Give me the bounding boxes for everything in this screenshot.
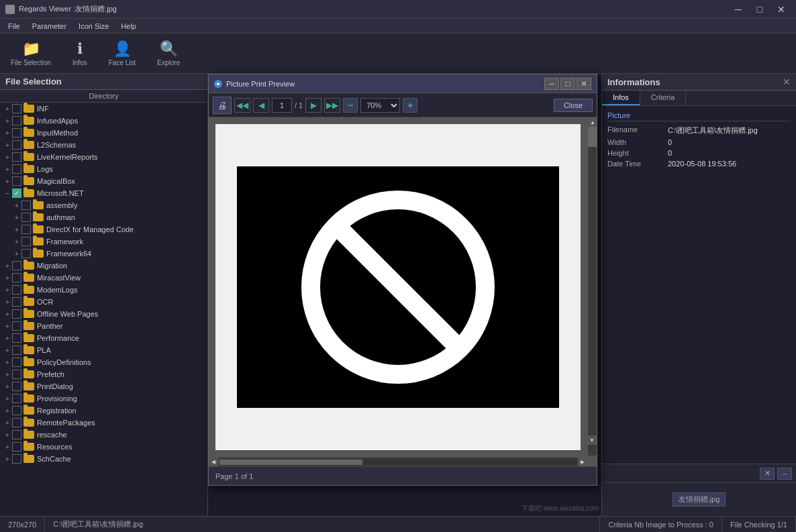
- right-panel-close-btn[interactable]: ✕: [783, 76, 791, 87]
- checkbox-panther[interactable]: [12, 321, 21, 331]
- tree-item-provisioning[interactable]: + Provisioning: [0, 392, 207, 405]
- tree-item-infusedapps[interactable]: + InfusedApps: [0, 115, 207, 127]
- checkbox-printdialog[interactable]: [12, 382, 21, 391]
- tree-item-remotepackages[interactable]: + RemotePackages: [0, 417, 207, 429]
- checkbox-infusedapps[interactable]: [12, 116, 21, 125]
- zoom-select[interactable]: 70% 50% 100% 150%: [360, 98, 400, 113]
- checkbox-magicalbox[interactable]: [12, 176, 21, 186]
- tree-item-registration[interactable]: + Registration: [0, 405, 207, 417]
- close-preview-button[interactable]: Close: [554, 99, 593, 112]
- minimize-button[interactable]: ─: [729, 3, 748, 16]
- tree-item-rescache[interactable]: + rescache: [0, 429, 207, 441]
- tree-item-framework64[interactable]: + Framework64: [0, 248, 207, 260]
- menu-help[interactable]: Help: [115, 21, 142, 32]
- zoom-in-button[interactable]: +: [403, 98, 417, 113]
- dialog-maximize-btn[interactable]: □: [560, 78, 575, 90]
- nav-next-button[interactable]: ▶: [305, 98, 321, 113]
- tree-item-ocr[interactable]: + OCR: [0, 296, 207, 308]
- checkbox-l2schemas[interactable]: [12, 140, 21, 150]
- nav-first-button[interactable]: ◀◀: [234, 98, 250, 113]
- scroll-left-arrow[interactable]: ◀: [209, 458, 218, 467]
- toolbar-infos[interactable]: ℹ Infos: [67, 38, 93, 69]
- zoom-out-button[interactable]: −: [343, 98, 358, 113]
- tree-item-livekernelreports[interactable]: + LiveKernelReports: [0, 151, 207, 163]
- tree-item-logs[interactable]: + Logs: [0, 163, 207, 175]
- tree-item-migration[interactable]: + Migration: [0, 260, 207, 272]
- tree-item-performance[interactable]: + Performance: [0, 332, 207, 344]
- tab-infos[interactable]: Infos: [602, 91, 640, 105]
- dialog-close-btn[interactable]: ✕: [577, 78, 591, 90]
- tree-item-schcache[interactable]: + SchCache: [0, 453, 207, 465]
- tree-item-resources[interactable]: + Resources: [0, 441, 207, 453]
- checkbox-inputmethod[interactable]: [12, 128, 21, 138]
- tree-item-panther[interactable]: + Panther: [0, 320, 207, 332]
- checkbox-provisioning[interactable]: [12, 394, 21, 403]
- tree-item-assembly[interactable]: + assembly: [0, 199, 207, 211]
- tree-item-microsoftnet[interactable]: − ✓ Microsoft.NET: [0, 187, 207, 199]
- tree-item-offlinewebpages[interactable]: + Offline Web Pages: [0, 308, 207, 320]
- page-number-input[interactable]: 1: [272, 98, 292, 113]
- checkbox-ocr[interactable]: [12, 297, 21, 307]
- checkbox-resources[interactable]: [12, 442, 21, 451]
- checkbox-directx[interactable]: [21, 225, 31, 234]
- folder-icon-inputmethod: [23, 129, 34, 137]
- print-button[interactable]: 🖨: [213, 97, 232, 114]
- toolbar-face-list[interactable]: 👤 Face List: [103, 38, 142, 69]
- checkbox-prefetch[interactable]: [12, 370, 21, 379]
- tree-item-framework[interactable]: + Framework: [0, 235, 207, 248]
- checkbox-offlinewebpages[interactable]: [12, 309, 21, 319]
- tree-item-pla[interactable]: + PLA: [0, 344, 207, 356]
- expander-policydefinitions: +: [3, 358, 12, 366]
- toolbar-explore[interactable]: 🔍 Explore: [152, 38, 185, 69]
- close-button[interactable]: ✕: [772, 3, 791, 16]
- tree-item-inf[interactable]: + INF: [0, 103, 207, 115]
- tree-item-printdialog[interactable]: + PrintDialog: [0, 380, 207, 392]
- directory-tree[interactable]: + INF + InfusedApps + InputMethod +: [0, 103, 207, 516]
- tree-item-authman[interactable]: + authman: [0, 211, 207, 223]
- label-panther: Panther: [37, 322, 63, 330]
- nav-prev-button[interactable]: ◀: [253, 98, 269, 113]
- checkbox-microsoftnet[interactable]: ✓: [12, 189, 21, 198]
- folder-icon-performance: [23, 334, 34, 342]
- tree-item-modemlogs[interactable]: + ModemLogs: [0, 284, 207, 296]
- checkbox-rescache[interactable]: [12, 430, 21, 439]
- checkbox-livekernelreports[interactable]: [12, 152, 21, 162]
- tree-item-miracastview[interactable]: + MiracastView: [0, 272, 207, 284]
- checkbox-framework[interactable]: [21, 237, 31, 246]
- checkbox-framework64[interactable]: [21, 249, 31, 258]
- tree-item-prefetch[interactable]: + Prefetch: [0, 368, 207, 380]
- right-bottom-btn-1[interactable]: ✕: [760, 468, 775, 480]
- menu-icon-size[interactable]: Icon Size: [73, 21, 114, 32]
- dialog-minimize-btn[interactable]: ─: [544, 78, 559, 90]
- tree-item-directx[interactable]: + DirectX for Managed Code: [0, 223, 207, 235]
- checkbox-performance[interactable]: [12, 333, 21, 343]
- checkbox-remotepackages[interactable]: [12, 418, 21, 427]
- maximize-button[interactable]: □: [750, 3, 769, 16]
- dialog-scrollbar-v[interactable]: ▲ ▼: [587, 117, 597, 456]
- tree-item-policydefinitions[interactable]: + PolicyDefinitions: [0, 356, 207, 368]
- checkbox-pla[interactable]: [12, 345, 21, 355]
- checkbox-logs[interactable]: [12, 164, 21, 174]
- toolbar-file-selection[interactable]: 📁 File Selection: [5, 38, 56, 69]
- tree-item-inputmethod[interactable]: + InputMethod: [0, 127, 207, 139]
- tree-item-l2schemas[interactable]: + L2Schemas: [0, 139, 207, 151]
- checkbox-inf[interactable]: [12, 104, 21, 113]
- menu-file[interactable]: File: [3, 21, 26, 32]
- tree-item-magicalbox[interactable]: + MagicalBox: [0, 175, 207, 187]
- checkbox-registration[interactable]: [12, 406, 21, 415]
- checkbox-modemlogs[interactable]: [12, 285, 21, 295]
- tab-criteria[interactable]: Criteria: [640, 91, 686, 105]
- checkbox-policydefinitions[interactable]: [12, 358, 21, 367]
- checkbox-schcache[interactable]: [12, 454, 21, 464]
- expander-inputmethod: +: [3, 129, 12, 137]
- checkbox-miracastview[interactable]: [12, 273, 21, 282]
- right-panel: Informations ✕ Infos Criteria Picture Fi…: [601, 74, 796, 516]
- checkbox-migration[interactable]: [12, 261, 21, 270]
- checkbox-authman[interactable]: [21, 213, 31, 222]
- dialog-scrollbar-h[interactable]: ◀ ▶: [209, 457, 587, 466]
- menu-parameter[interactable]: Parameter: [27, 21, 72, 32]
- right-bottom-btn-2[interactable]: −: [777, 468, 792, 480]
- nav-last-button[interactable]: ▶▶: [324, 98, 340, 113]
- checkbox-assembly[interactable]: [21, 201, 31, 210]
- scroll-right-arrow[interactable]: ▶: [578, 458, 587, 467]
